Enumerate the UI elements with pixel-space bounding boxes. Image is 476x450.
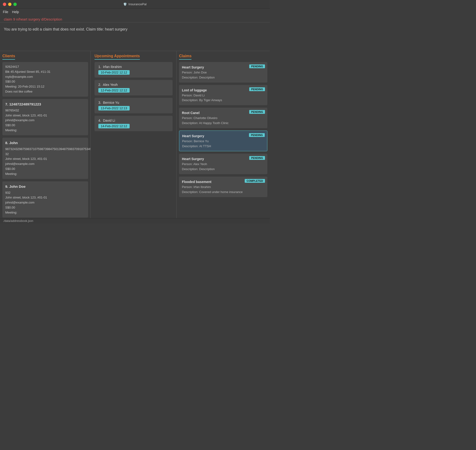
appointment-name: 3. Bernice Yu	[98, 101, 169, 105]
error-message-text: You are trying to edit a claim that does…	[4, 27, 127, 31]
breadcrumb: claim 9 n/heart surgery d/Description	[0, 15, 270, 23]
appointment-name: 2. Alex Yeoh	[98, 83, 169, 87]
claims-list: PENDING Heart Surgery Person: John Doe D…	[179, 62, 267, 197]
claim-person: Person: Charlotte Oliveiro	[182, 116, 265, 121]
client-email: johnd@example.com	[5, 161, 85, 166]
claim-person: Person: John Doe	[182, 70, 265, 75]
claim-card[interactable]: PENDING Root Canel Person: Charlotte Oli…	[179, 108, 267, 128]
claim-status-badge: PENDING	[249, 133, 265, 137]
clients-column[interactable]: Clients 92624417Blk 45 Aljunied Street 8…	[0, 51, 91, 218]
claim-status-badge: PENDING	[249, 65, 265, 68]
client-name: 9. John Doe	[5, 184, 85, 189]
client-card[interactable]: 92624417Blk 45 Aljunied Street 85, #11-3…	[2, 62, 88, 97]
client-meeting: Meeting: 20-Feb-2011 15:12	[5, 84, 85, 89]
client-balance: S$0.00	[5, 205, 85, 210]
client-address: John street, block 123, #01-01	[5, 113, 85, 118]
statusbar: ./data/addressbook.json	[0, 218, 270, 224]
appointment-name: 1. Irfan Ibrahim	[98, 65, 169, 69]
client-meeting: Meeting:	[5, 210, 85, 215]
client-balance: S$0.00	[5, 166, 85, 172]
client-balance: S$0.00	[5, 123, 85, 128]
client-email: johnd@example.com	[5, 118, 85, 123]
client-phone: 98765432	[5, 108, 85, 113]
claim-card[interactable]: PENDING Heart Surgery Person: Alex Yeoh …	[179, 154, 267, 174]
client-address: John street, block 123, #01-01	[5, 195, 85, 200]
menubar: File Help	[0, 9, 270, 15]
statusbar-text: ./data/addressbook.json	[3, 219, 33, 223]
claim-card[interactable]: PENDING Heart Surgery Person: Bernice Yu…	[179, 130, 267, 152]
clients-list: 92624417Blk 45 Aljunied Street 85, #11-3…	[2, 62, 88, 218]
window-controls[interactable]	[3, 3, 17, 6]
claim-detail: Person: John Doe Description: Descriptio…	[182, 70, 265, 80]
client-phone: 9873243298759837107598739847501394875983…	[5, 147, 85, 157]
claim-person: Person: Irfan Ibrahim	[182, 185, 265, 190]
client-card[interactable]: 8. John987324329875983710759873984750139…	[2, 138, 88, 179]
titlebar: 🛡️ InsurancePal	[0, 0, 270, 9]
client-email: royb@example.com	[5, 74, 85, 79]
claim-person: Person: Alex Yeoh	[182, 162, 265, 167]
client-card[interactable]: 7. 124872248979122398765432John street, …	[2, 99, 88, 135]
appointment-item[interactable]: 3. Bernice Yu 13-Feb-2022 12:13	[95, 98, 173, 113]
client-meeting: Meeting:	[5, 128, 85, 133]
claim-description: Description: Description	[182, 75, 265, 80]
appointments-header: Upcoming Appointments	[95, 54, 140, 60]
claim-card[interactable]: COMPLETED Flooded basement Person: Irfan…	[179, 177, 267, 197]
appointment-date: 13-Feb-2022 12:13	[98, 106, 130, 111]
close-button[interactable]	[3, 3, 6, 6]
appointments-list: 1. Irfan Ibrahim 10-Feb-2022 12:12 2. Al…	[95, 62, 173, 131]
client-address: John street, block 123, #01-01	[5, 157, 85, 161]
claim-description: Description: Description	[182, 167, 265, 172]
menu-file[interactable]: File	[3, 10, 8, 14]
claim-detail: Person: David Li Description: By Tiger A…	[182, 93, 265, 103]
claim-description: Description: Covered under home insuranc…	[182, 190, 265, 195]
claim-description: Description: At Happy Tooth Clinic	[182, 121, 265, 126]
maximize-button[interactable]	[13, 3, 17, 6]
claim-detail: Person: Irfan Ibrahim Description: Cover…	[182, 185, 265, 195]
appointment-date: 12-Feb-2022 12:12	[98, 88, 130, 93]
client-name: 7. 1248722489791223	[5, 101, 85, 107]
claim-status-badge: PENDING	[249, 110, 265, 114]
claim-person: Person: Bernice Yu	[182, 139, 264, 144]
claim-card[interactable]: PENDING Lost of luggage Person: David Li…	[179, 85, 267, 106]
main-columns: Clients 92624417Blk 45 Aljunied Street 8…	[0, 51, 270, 218]
appointment-item[interactable]: 1. Irfan Ibrahim 10-Feb-2022 12:12	[95, 62, 173, 77]
client-meeting: Meeting:	[5, 172, 85, 177]
claim-card[interactable]: PENDING Heart Surgery Person: John Doe D…	[179, 62, 267, 83]
client-phone: 92624417	[5, 65, 85, 69]
client-phone: 932	[5, 190, 85, 195]
appointment-item[interactable]: 2. Alex Yeoh 12-Feb-2022 12:12	[95, 80, 173, 95]
menu-help[interactable]: Help	[12, 10, 19, 14]
appointment-item[interactable]: 4. David Li 14-Feb-2022 12:12	[95, 116, 173, 131]
claim-person: Person: David Li	[182, 93, 265, 98]
claims-header: Claims	[179, 54, 192, 60]
app-title: 🛡️ InsurancePal	[123, 2, 147, 6]
claims-column[interactable]: Claims PENDING Heart Surgery Person: Joh…	[177, 51, 270, 218]
appointment-date: 14-Feb-2022 12:12	[98, 124, 130, 128]
claim-detail: Person: Bernice Yu Description: At TTSH	[182, 139, 264, 149]
client-email: johnd@example.com	[5, 200, 85, 205]
claim-status-badge: PENDING	[249, 87, 265, 91]
claim-description: Description: By Tiger Airways	[182, 98, 265, 103]
client-balance: S$0.00	[5, 79, 85, 84]
client-note: Does not like coffee	[5, 89, 85, 94]
client-address: Blk 45 Aljunied Street 85, #11-31	[5, 69, 85, 74]
claim-description: Description: At TTSH	[182, 144, 264, 149]
appointment-name: 4. David Li	[98, 118, 169, 122]
claim-detail: Person: Alex Yeoh Description: Descripti…	[182, 162, 265, 172]
claim-detail: Person: Charlotte Oliveiro Description: …	[182, 116, 265, 126]
appointment-date: 10-Feb-2022 12:12	[98, 70, 130, 75]
minimize-button[interactable]	[8, 3, 12, 6]
claim-status-badge: COMPLETED	[245, 179, 265, 183]
appointments-column[interactable]: Upcoming Appointments 1. Irfan Ibrahim 1…	[91, 51, 177, 218]
client-name: 8. John	[5, 140, 85, 146]
app-icon: 🛡️	[123, 2, 127, 6]
claim-status-badge: PENDING	[249, 156, 265, 160]
client-card[interactable]: 9. John Doe932John street, block 123, #0…	[2, 181, 88, 218]
clients-header: Clients	[2, 54, 15, 60]
error-message-area: You are trying to edit a claim that does…	[0, 23, 270, 51]
